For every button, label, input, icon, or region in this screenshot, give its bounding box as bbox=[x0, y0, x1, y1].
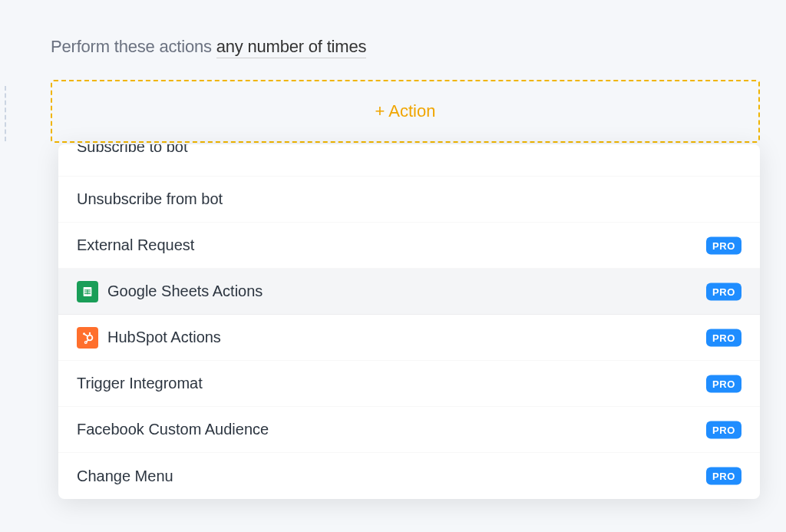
dropdown-item-hubspot-actions[interactable]: HubSpot Actions PRO bbox=[58, 315, 760, 361]
dropdown-item-label: Change Menu bbox=[77, 468, 173, 485]
dropdown-item-facebook-custom-audience[interactable]: Facebook Custom Audience PRO bbox=[58, 407, 760, 453]
add-action-button[interactable]: + Action bbox=[51, 80, 760, 143]
dropdown-item-label: Unsubscribe from bot bbox=[77, 190, 223, 208]
header-prefix: Perform these actions bbox=[51, 37, 216, 56]
hubspot-icon bbox=[77, 327, 98, 349]
dropdown-item-external-request[interactable]: External Request PRO bbox=[58, 223, 760, 269]
header-text: Perform these actions any number of time… bbox=[51, 37, 768, 57]
dropdown-item-label: Subscribe to bot bbox=[77, 144, 188, 156]
dropdown-item-label: Google Sheets Actions bbox=[107, 283, 263, 300]
svg-rect-5 bbox=[87, 289, 88, 294]
frequency-link[interactable]: any number of times bbox=[216, 37, 367, 58]
pro-badge: PRO bbox=[706, 329, 741, 346]
action-dropdown: Subscribe to bot Unsubscribe from bot Ex… bbox=[58, 144, 760, 499]
pro-badge: PRO bbox=[706, 375, 741, 392]
connector-line bbox=[5, 86, 6, 141]
dropdown-item-label: External Request bbox=[77, 236, 194, 254]
add-action-label: + Action bbox=[375, 101, 436, 121]
google-sheets-icon bbox=[77, 281, 98, 302]
pro-badge: PRO bbox=[706, 283, 741, 300]
pro-badge: PRO bbox=[706, 421, 741, 438]
svg-line-12 bbox=[87, 339, 89, 342]
dropdown-item-label: Facebook Custom Audience bbox=[77, 421, 269, 438]
pro-badge: PRO bbox=[706, 468, 741, 485]
dropdown-item-unsubscribe-from-bot[interactable]: Unsubscribe from bot bbox=[58, 177, 760, 223]
pro-badge: PRO bbox=[706, 236, 741, 254]
dropdown-item-trigger-integromat[interactable]: Trigger Integromat PRO bbox=[58, 361, 760, 407]
dropdown-item-change-menu[interactable]: Change Menu PRO bbox=[58, 453, 760, 499]
dropdown-item-label: Trigger Integromat bbox=[77, 375, 203, 392]
dropdown-item-subscribe-to-bot[interactable]: Subscribe to bot bbox=[58, 144, 760, 177]
dropdown-item-label: HubSpot Actions bbox=[107, 329, 221, 346]
dropdown-item-google-sheets-actions[interactable]: Google Sheets Actions PRO bbox=[58, 269, 760, 315]
